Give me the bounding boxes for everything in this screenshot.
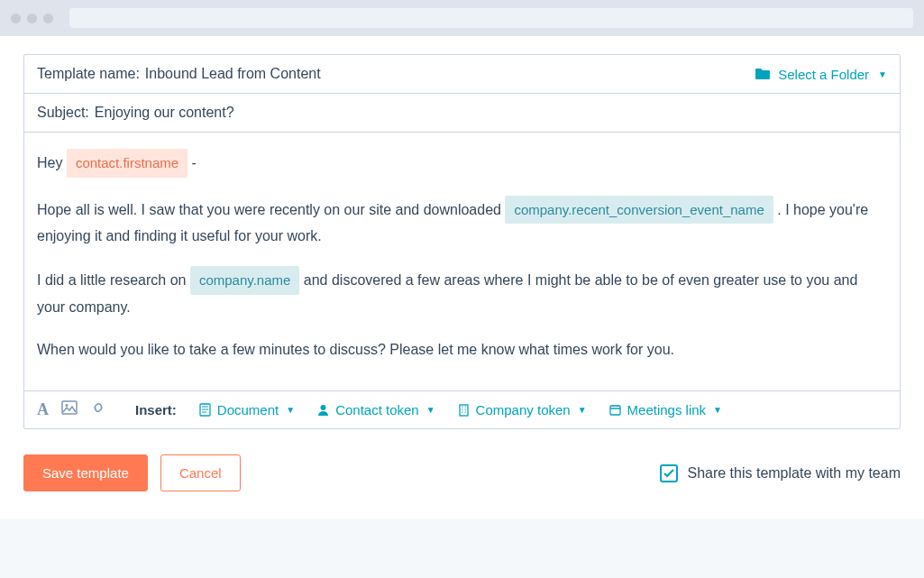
person-icon	[316, 403, 330, 417]
body-text: I did a little research on	[37, 272, 190, 288]
subject-input[interactable]	[95, 105, 887, 121]
image-icon[interactable]	[61, 400, 78, 419]
building-icon	[457, 403, 471, 417]
insert-document-label: Document	[217, 402, 279, 417]
text-format-icon[interactable]: A	[37, 400, 49, 419]
window-controls	[11, 14, 53, 23]
chevron-down-icon: ▼	[426, 405, 435, 415]
share-checkbox[interactable]	[660, 464, 678, 482]
subject-row: Subject:	[24, 94, 900, 133]
template-name-label: Template name:	[37, 66, 140, 82]
svg-rect-5	[610, 406, 620, 415]
insert-meetings-link-label: Meetings link	[627, 402, 707, 417]
token-company-recent-conversion[interactable]: company.recent_conversion_event_name	[505, 196, 773, 225]
checkmark-icon	[663, 467, 675, 480]
template-name-input[interactable]	[145, 66, 755, 82]
editor-toolbar: A Insert: Document ▼ Contact token ▼	[24, 390, 900, 428]
window-minimize-icon[interactable]	[27, 14, 37, 23]
save-template-button[interactable]: Save template	[23, 454, 148, 491]
body-text: -	[192, 155, 197, 170]
token-contact-firstname[interactable]: contact.firstname	[67, 149, 188, 178]
cancel-button[interactable]: Cancel	[160, 454, 241, 491]
browser-chrome	[0, 0, 924, 36]
insert-contact-token-label: Contact token	[335, 402, 419, 417]
folder-selector-label: Select a Folder	[778, 67, 869, 82]
body-paragraph-4: When would you like to take a few minute…	[37, 337, 887, 362]
subject-label: Subject:	[37, 105, 89, 121]
document-icon	[198, 403, 212, 417]
body-paragraph-2: Hope all is well. I saw that you were re…	[37, 196, 887, 249]
folder-icon	[755, 68, 771, 80]
email-body[interactable]: Hey contact.firstname - Hope all is well…	[24, 133, 900, 390]
format-tools: A	[37, 400, 106, 419]
body-paragraph-3: I did a little research on company.name …	[37, 266, 887, 319]
share-label: Share this template with my team	[687, 465, 901, 482]
insert-meetings-link-button[interactable]: Meetings link ▼	[608, 402, 722, 417]
token-company-name[interactable]: company.name	[190, 266, 299, 295]
share-template-option[interactable]: Share this template with my team	[660, 464, 901, 482]
chevron-down-icon: ▼	[878, 69, 887, 79]
template-name-row: Template name: Select a Folder ▼	[24, 55, 900, 94]
calendar-icon	[608, 403, 622, 417]
link-icon[interactable]	[90, 400, 106, 419]
template-editor: Template name: Select a Folder ▼ Subject…	[23, 54, 901, 429]
page: Template name: Select a Folder ▼ Subject…	[0, 36, 924, 518]
body-text: Hope all is well. I saw that you were re…	[37, 202, 505, 217]
svg-point-3	[321, 405, 326, 410]
folder-selector[interactable]: Select a Folder ▼	[755, 67, 887, 82]
insert-company-token-button[interactable]: Company token ▼	[457, 402, 587, 417]
body-text: Hey	[37, 155, 67, 170]
url-bar[interactable]	[69, 8, 913, 28]
chevron-down-icon: ▼	[578, 405, 587, 415]
insert-company-token-label: Company token	[476, 402, 571, 417]
chevron-down-icon: ▼	[286, 405, 295, 415]
insert-document-button[interactable]: Document ▼	[198, 402, 295, 417]
body-line-greeting: Hey contact.firstname -	[37, 149, 887, 178]
window-maximize-icon[interactable]	[43, 14, 53, 23]
svg-rect-4	[460, 405, 468, 416]
actions-bar: Save template Cancel Share this template…	[0, 429, 924, 491]
insert-label: Insert:	[135, 402, 177, 417]
chevron-down-icon: ▼	[713, 405, 722, 415]
insert-contact-token-button[interactable]: Contact token ▼	[316, 402, 435, 417]
svg-rect-0	[62, 401, 77, 414]
window-close-icon[interactable]	[11, 14, 21, 23]
svg-point-1	[66, 404, 69, 407]
